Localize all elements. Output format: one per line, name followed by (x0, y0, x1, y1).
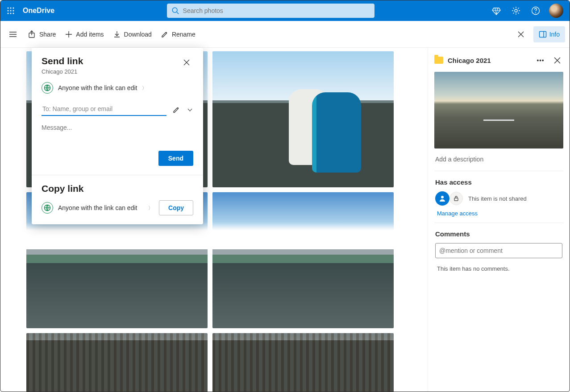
premium-button[interactable] (487, 0, 506, 21)
svg-point-7 (10, 13, 12, 14)
chevron-right-icon: 〉 (142, 85, 147, 91)
copy-link-title: Copy link (42, 183, 193, 194)
folder-icon (434, 57, 443, 64)
share-button[interactable]: Share (24, 26, 60, 42)
svg-point-9 (172, 8, 177, 12)
rename-button[interactable]: Rename (156, 26, 200, 42)
details-title: Chicago 2021 (448, 57, 529, 64)
add-items-button[interactable]: Add items (60, 26, 108, 42)
owner-badge[interactable] (435, 191, 449, 206)
header-actions (487, 0, 570, 21)
comments-section: Comments This item has no comments. (434, 223, 563, 285)
send-link-subject: Chicago 2021 (42, 68, 180, 75)
hamburger-icon (9, 30, 17, 38)
share-icon (28, 30, 36, 38)
app-launcher-button[interactable] (0, 0, 21, 21)
send-button[interactable]: Send (158, 151, 193, 166)
search-input[interactable] (183, 7, 370, 14)
svg-point-29 (441, 196, 444, 198)
comments-heading: Comments (435, 230, 562, 238)
svg-point-2 (13, 8, 14, 9)
svg-rect-30 (454, 198, 458, 201)
send-link-title: Send link (42, 56, 180, 66)
svg-point-26 (542, 60, 543, 61)
private-badge[interactable] (449, 192, 463, 205)
command-bar: Share Add items Download Rename Info (0, 21, 570, 48)
diamond-icon (492, 6, 501, 15)
gear-icon (512, 6, 520, 15)
dialog-close-button[interactable] (180, 56, 193, 69)
details-close-button[interactable] (551, 54, 563, 66)
rename-label: Rename (172, 31, 196, 38)
link-permission-button[interactable]: Anyone with the link can edit 〉 (42, 82, 193, 94)
photo-tile[interactable] (212, 192, 394, 328)
download-label: Download (124, 31, 152, 38)
svg-rect-22 (539, 31, 546, 37)
search-wrap (54, 4, 487, 18)
svg-point-8 (13, 13, 14, 14)
svg-point-6 (8, 13, 9, 14)
plus-icon (65, 30, 73, 38)
search-icon (171, 7, 179, 15)
copy-button[interactable]: Copy (159, 200, 193, 215)
access-section: Has access This item is not shared Manag… (434, 171, 563, 223)
globe-icon (42, 202, 53, 214)
help-button[interactable] (526, 0, 545, 21)
help-icon (531, 6, 540, 15)
gallery-row (26, 333, 428, 392)
photo-tile[interactable] (212, 333, 394, 392)
recipients-input[interactable] (42, 103, 166, 116)
comment-input[interactable] (439, 247, 558, 254)
lock-icon (453, 195, 459, 202)
permissions-dropdown-button[interactable] (186, 103, 193, 116)
svg-point-13 (535, 12, 536, 13)
svg-point-24 (537, 60, 538, 61)
close-icon (554, 57, 561, 64)
details-more-button[interactable] (534, 54, 546, 66)
svg-point-1 (10, 8, 12, 9)
edit-permissions-button[interactable] (170, 103, 183, 116)
svg-point-5 (13, 10, 14, 12)
info-pane-icon (539, 30, 547, 38)
download-icon (113, 30, 121, 38)
content-area: Chicago 2021 Add a description Has acces… (0, 48, 570, 392)
add-items-label: Add items (76, 31, 104, 38)
info-label: Info (549, 31, 560, 38)
close-icon (518, 31, 524, 37)
photo-tile[interactable] (212, 51, 394, 187)
details-pane: Chicago 2021 Add a description Has acces… (428, 48, 570, 392)
person-icon (439, 195, 446, 202)
download-button[interactable]: Download (108, 26, 156, 42)
brand-label[interactable]: OneDrive (21, 7, 54, 15)
nav-toggle-button[interactable] (5, 26, 21, 42)
settings-button[interactable] (506, 0, 526, 21)
svg-point-4 (10, 10, 12, 12)
share-label: Share (39, 31, 56, 38)
message-input[interactable] (42, 124, 193, 144)
details-thumbnail[interactable] (434, 72, 563, 149)
add-description-field[interactable]: Add a description (434, 153, 563, 171)
shared-status-text: This item is not shared (468, 195, 527, 202)
svg-point-25 (540, 60, 541, 61)
app-header: OneDrive (0, 0, 570, 21)
globe-icon (42, 82, 53, 94)
pencil-icon (173, 106, 180, 113)
svg-point-0 (8, 8, 9, 9)
search-box[interactable] (167, 4, 374, 18)
account-avatar[interactable] (549, 4, 563, 18)
photo-tile[interactable] (26, 333, 208, 392)
copy-permission-text: Anyone with the link can edit (58, 204, 143, 211)
details-header: Chicago 2021 (434, 54, 563, 66)
access-row: This item is not shared (435, 191, 562, 206)
info-toggle-button[interactable]: Info (533, 26, 565, 42)
chevron-right-icon: 〉 (148, 205, 154, 211)
more-icon (537, 57, 544, 64)
chevron-down-icon (187, 107, 192, 112)
svg-point-3 (8, 10, 9, 12)
close-selection-button[interactable] (513, 26, 529, 42)
manage-access-link[interactable]: Manage access (435, 210, 478, 217)
no-comments-text: This item has no comments. (435, 258, 562, 279)
waffle-icon (7, 7, 14, 14)
comment-box[interactable] (435, 243, 562, 258)
svg-line-10 (177, 12, 179, 14)
